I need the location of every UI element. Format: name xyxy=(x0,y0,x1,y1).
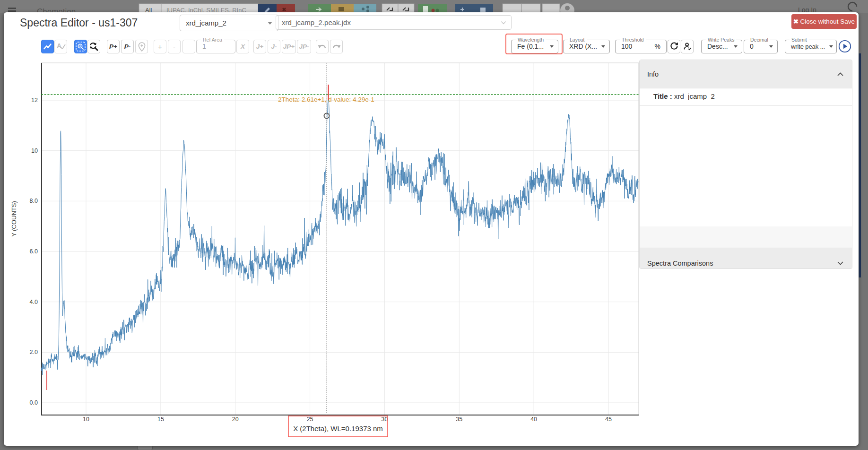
svg-text:45: 45 xyxy=(605,416,612,423)
svg-text:25: 25 xyxy=(307,416,313,423)
svg-text:40: 40 xyxy=(530,416,537,423)
svg-text:20: 20 xyxy=(232,416,239,423)
svg-text:30: 30 xyxy=(381,416,388,423)
svg-text:10: 10 xyxy=(83,416,89,423)
svg-text:0.0: 0.0 xyxy=(30,399,38,406)
svg-text:2Theta: 2.61e+1, d-value: 4.29: 2Theta: 2.61e+1, d-value: 4.29e-1 xyxy=(278,96,374,103)
svg-text:15: 15 xyxy=(157,416,164,423)
svg-text:35: 35 xyxy=(456,416,462,423)
svg-text:X (2Theta), WL=0.19373 nm: X (2Theta), WL=0.19373 nm xyxy=(293,424,383,433)
svg-text:12: 12 xyxy=(31,97,38,104)
svg-text:10: 10 xyxy=(31,147,38,154)
svg-text:8.0: 8.0 xyxy=(30,198,38,204)
svg-text:6.0: 6.0 xyxy=(30,248,38,255)
svg-text:4.0: 4.0 xyxy=(30,299,38,305)
svg-text:Y (COUNTS): Y (COUNTS) xyxy=(10,201,17,237)
svg-text:2.0: 2.0 xyxy=(30,349,38,355)
